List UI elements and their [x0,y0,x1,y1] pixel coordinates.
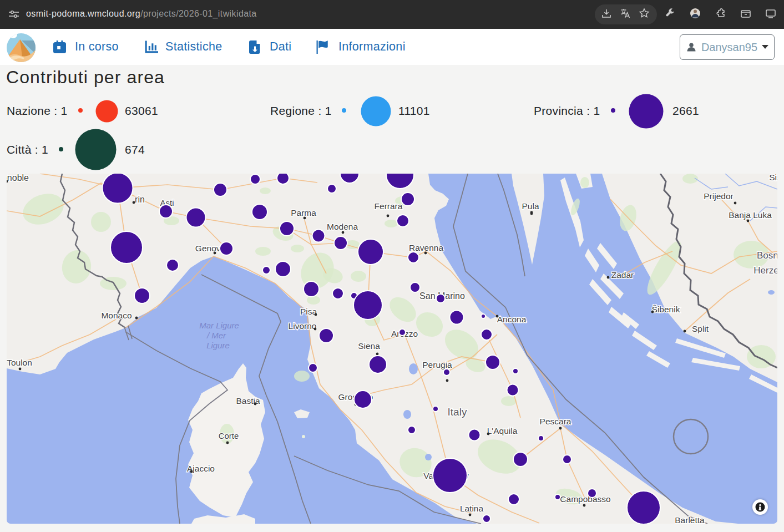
svg-text:L'Aquila: L'Aquila [487,426,518,435]
svg-text:Šibenik: Šibenik [652,305,680,314]
svg-text:Parma: Parma [291,208,316,217]
svg-text:Toulon: Toulon [7,358,32,367]
svg-text:Ravenna: Ravenna [409,243,443,252]
svg-text:Grenoble: Grenoble [7,174,29,183]
svg-text:Banja Luka: Banja Luka [729,210,772,220]
svg-text:Prijedor: Prijedor [704,191,733,201]
svg-text:Siena: Siena [358,341,380,351]
svg-text:Latina: Latina [460,504,484,513]
svg-text:Split: Split [692,324,709,333]
svg-text:Ligure: Ligure [206,341,230,350]
svg-text:Italy: Italy [448,406,467,418]
svg-text:Campobasso: Campobasso [560,494,610,504]
svg-text:Herzegovina: Herzegovina [753,265,777,276]
svg-text:Zadar: Zadar [611,270,634,280]
svg-text:rin: rin [135,195,145,204]
svg-text:Barletta: Barletta [675,515,705,524]
svg-text:Corte: Corte [219,431,239,440]
svg-text:Livorno: Livorno [289,321,317,331]
svg-text:Modena: Modena [327,222,358,231]
svg-text:Pescara: Pescara [540,417,571,426]
svg-text:Sis: Sis [769,174,777,182]
svg-text:Mar Ligure: Mar Ligure [199,321,239,330]
svg-text:Bosnia &: Bosnia & [757,250,777,261]
svg-text:Ancona: Ancona [497,315,527,324]
svg-text:Ferrara: Ferrara [375,201,403,211]
svg-text:Perugia: Perugia [422,360,452,369]
svg-text:Monaco: Monaco [101,311,131,320]
svg-text:Pula: Pula [522,201,539,211]
svg-text:/ Mer: / Mer [206,331,226,340]
svg-text:Bastia: Bastia [236,396,260,406]
